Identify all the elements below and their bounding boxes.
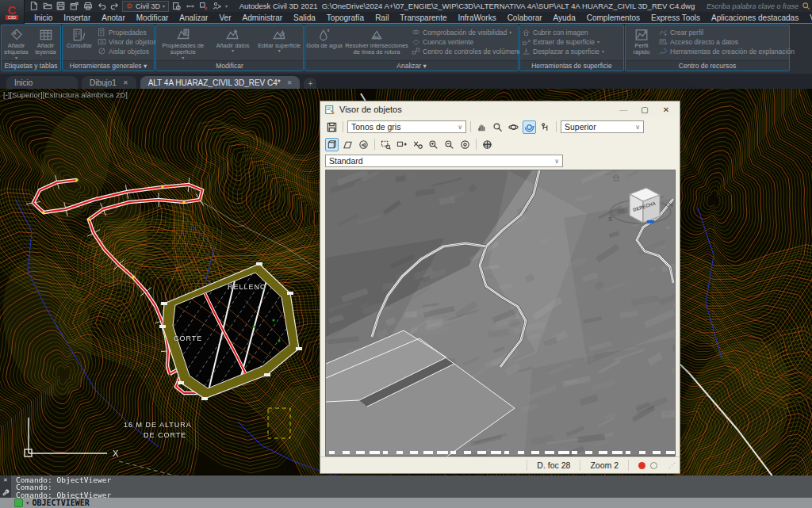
file-tab-inicio[interactable]: Inicio	[6, 76, 78, 89]
consultar-button[interactable]: Consultar	[63, 25, 96, 49]
data-shortcuts-button[interactable]: Acceso directo a datos	[659, 37, 784, 46]
sheet-set-icon[interactable]	[171, 2, 182, 11]
ribbon-tab-express-tools[interactable]: Express Tools	[645, 13, 706, 23]
ribbon-tab-row: Inicio Insertar Anotar Modificar Analiza…	[0, 12, 812, 24]
pan-icon[interactable]	[475, 120, 488, 134]
move-to-surface-button[interactable]: Desplazar a superficie ▾	[522, 47, 620, 55]
viewer-3d-canvas[interactable]	[326, 170, 675, 458]
catchment-button[interactable]: Cuenca vertiente	[412, 37, 511, 46]
file-tab-dibujo1[interactable]: Dibujo1 ✕	[82, 76, 136, 89]
add-data-button[interactable]: Añadir datos ▾	[212, 25, 253, 53]
free-orbit-icon[interactable]	[523, 120, 536, 134]
plot-icon[interactable]	[82, 2, 93, 11]
zoom-window-icon[interactable]	[379, 138, 393, 151]
viewport-controls-label[interactable]: [-][Superior][Estructura alámbrica 2D]	[3, 90, 128, 99]
drawing-area[interactable]: [-][Superior][Estructura alámbrica 2D] R…	[0, 89, 812, 476]
ribbon-tab-transparente[interactable]: Transparente	[394, 13, 452, 23]
ribbon-tab-complementos[interactable]: Complementos	[581, 13, 645, 23]
file-tab-alt4a-huaraz[interactable]: ALT 4A HUARAZ_CIVIL 3D_REV C4* ✕	[140, 76, 301, 89]
ribbon-tab-ver[interactable]: Ver	[213, 13, 236, 23]
perspective-ortho-faces-icon[interactable]	[357, 138, 370, 151]
quick-access-extra: ▾	[171, 2, 228, 11]
quick-profile-button[interactable]: Perfil rápido	[626, 25, 657, 56]
zoom-in-icon[interactable]	[427, 138, 440, 151]
record-indicators[interactable]	[628, 460, 667, 471]
new-drawing-tab-button[interactable]: +	[304, 78, 316, 89]
ribbon-tab-inicio[interactable]: Inicio	[29, 13, 58, 23]
workspace-switcher[interactable]: Civil 3D ▾	[122, 1, 169, 12]
zoom-extents-icon[interactable]	[458, 138, 472, 151]
create-profile-button[interactable]: Crear perfil	[659, 28, 784, 36]
command-input-row[interactable]: ▾ OBJECTVIEWER	[0, 498, 812, 508]
ribbon-tab-analizar[interactable]: Analizar	[174, 13, 213, 23]
object-viewer-window[interactable]: Visor de objetos — ▢ ✕ Tonos de gris∨ Su…	[320, 101, 680, 474]
ribbon-tab-vehicle-tracking[interactable]: Vehicle Tracking	[804, 13, 812, 23]
zoom-scale-icon[interactable]	[411, 138, 424, 151]
water-drop-button[interactable]: Gota de agua	[305, 25, 343, 49]
match-properties-icon[interactable]	[185, 2, 195, 11]
ribbon-tab-rail[interactable]: Rail	[370, 13, 394, 23]
ribbon-tab-topografia[interactable]: Topografía	[321, 13, 370, 23]
workspace-switching-icon[interactable]	[212, 2, 222, 11]
isolate-objects-icon[interactable]	[198, 2, 209, 11]
new-file-icon[interactable]	[29, 2, 39, 11]
redo-icon[interactable]	[109, 2, 120, 11]
object-viewer-titlebar[interactable]: Visor de objetos — ▢ ✕	[320, 101, 680, 117]
zoom-dynamic-icon[interactable]	[395, 138, 408, 151]
ribbon-tab-modificar[interactable]: Modificar	[131, 13, 174, 23]
close-button[interactable]: ✕	[657, 104, 675, 115]
grading-tools-button[interactable]: Herramientas de creación de explanación	[659, 47, 784, 55]
ribbon-tab-administrar[interactable]: Administrar	[236, 13, 288, 23]
viewer-3d-viewport[interactable]	[325, 170, 676, 459]
close-icon[interactable]: ✕	[123, 79, 128, 86]
edit-surface-button[interactable]: Editar superficie ▾	[258, 25, 301, 53]
ribbon-tab-aplicaciones-destacadas[interactable]: Aplicaciones destacadas	[706, 13, 804, 23]
isolate-objects-button[interactable]: Aislar objetos	[98, 47, 151, 55]
resolve-crossing-breaklines-button[interactable]: Resolver intersecciones de línea de rotu…	[343, 25, 410, 56]
add-legend-button[interactable]: Añadir leyenda	[31, 25, 60, 56]
constrained-orbit-icon[interactable]	[507, 120, 520, 134]
add-labels-button[interactable]: Añadir etiquetas ▾	[2, 25, 31, 60]
ribbon-tab-colaborar[interactable]: Colaborar	[502, 13, 548, 23]
object-viewer-icon	[325, 105, 335, 115]
undo-icon[interactable]	[96, 2, 106, 11]
properties-button[interactable]: Propiedades	[98, 28, 151, 36]
ribbon-tab-infraworks[interactable]: InfraWorks	[452, 13, 501, 23]
view-direction-dropdown[interactable]: Superior∨	[561, 120, 644, 133]
command-history-panel[interactable]: ✕ Comando: ObjectViewer Comando: Comando…	[0, 476, 812, 498]
hollow-status-dot-icon	[650, 462, 657, 469]
surface-properties-button[interactable]: Propiedades de superficie ▾	[159, 25, 208, 60]
save-icon[interactable]	[56, 2, 66, 11]
adjust-camera-icon[interactable]	[538, 120, 552, 134]
volumes-dashboard-button[interactable]: Centro de controles de volúmenes	[412, 47, 511, 55]
maximize-button[interactable]: ▢	[636, 104, 653, 115]
zoom-icon[interactable]	[491, 120, 504, 134]
customize-wrench-icon[interactable]	[2, 489, 10, 496]
object-viewer-button[interactable]: Visor de objetos	[98, 37, 151, 46]
close-icon[interactable]: ✕	[3, 477, 8, 483]
title-bar: Civil 3D ▾ ▾ Autodesk Civil 3D 2021 G:\O…	[0, 0, 812, 12]
close-icon[interactable]: ✕	[287, 79, 293, 86]
parallel-projection-icon[interactable]	[325, 138, 339, 151]
separator	[343, 121, 343, 132]
set-pivot-icon[interactable]	[481, 138, 494, 151]
ribbon-tab-anotar[interactable]: Anotar	[96, 13, 130, 23]
open-file-icon[interactable]	[42, 2, 52, 11]
extract-from-surface-button[interactable]: Extraer de superficie ▾	[522, 37, 620, 46]
ribbon-tab-ayuda[interactable]: Ayuda	[548, 13, 581, 23]
help-search[interactable]: Escriba palabra clave o frase	[707, 2, 810, 10]
perspective-projection-icon[interactable]	[341, 138, 354, 151]
ucs-dropdown[interactable]: Standard∨	[325, 155, 563, 167]
ribbon-tab-insertar[interactable]: Insertar	[58, 13, 96, 23]
ribbon-tab-salida[interactable]: Salida	[288, 13, 321, 23]
save-as-icon[interactable]	[69, 2, 79, 11]
drape-image-button[interactable]: Cubrir con imagen	[522, 28, 620, 36]
search-icon[interactable]	[802, 2, 810, 10]
visual-style-dropdown[interactable]: Tonos de gris∨	[347, 120, 466, 133]
save-view-icon[interactable]	[325, 120, 339, 134]
resize-grip[interactable]: ⋰	[668, 460, 678, 470]
zoom-out-icon[interactable]	[442, 138, 456, 151]
chevron-down-icon[interactable]: ▾	[26, 500, 29, 506]
civil3d-app-button[interactable]: C C3D	[0, 0, 25, 24]
visibility-check-button[interactable]: Comprobación de visibilidad ▾	[412, 28, 511, 36]
